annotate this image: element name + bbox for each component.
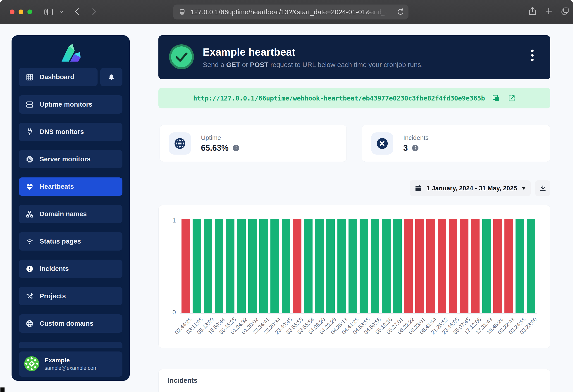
alert-icon [26,265,34,273]
sidebar-item-label: Incidents [40,265,69,272]
chart-bar-up[interactable] [382,219,391,313]
x-axis-labels: 02:44:2503:11:0505:13:0918:59:4400:45:25… [180,316,537,348]
heartbeat-status-chart: 1 0 02:44:2503:11:0505:13:0918:59:4400:4… [158,205,550,348]
chart-bar-up[interactable] [482,219,491,313]
download-button[interactable] [535,180,550,196]
window-minimize-button[interactable] [18,10,23,14]
sidebar-item-projects[interactable]: Projects [19,287,123,305]
user-menu[interactable]: Example sample@example.com [19,352,123,377]
chevron-down-icon[interactable] [59,10,64,15]
chart-bar-down[interactable] [504,219,513,313]
sidebar-item-custom-domains[interactable]: Custom domains [19,314,123,333]
user-email: sample@example.com [45,365,98,371]
stat-value: 3 [403,143,408,153]
sidebar-item-uptime-monitors[interactable]: Uptime monitors [19,95,123,114]
globe-icon [26,320,34,328]
sidebar-item-label: DNS monitors [40,128,84,136]
tab-overview-icon[interactable] [560,6,570,16]
sidebar-item-dashboard[interactable]: Dashboard [19,68,98,86]
incidents-section: Incidents [158,369,550,392]
back-button[interactable] [72,6,82,17]
forward-button[interactable] [89,6,99,17]
chart-bar-up[interactable] [282,219,290,313]
date-range-picker[interactable]: 1 January, 2024 - 31 May, 2025 [410,180,531,196]
address-bar[interactable]: 127.0.0.1/66uptime/heartbeat/13?&start_d… [173,4,409,19]
chart-bar-up[interactable] [338,219,346,313]
y-axis-tick-1: 1 [165,217,176,224]
cpu-icon [26,155,34,163]
chart-bar-up[interactable] [248,219,257,313]
chart-bar-up[interactable] [193,219,201,313]
chart-bar-up[interactable] [527,219,535,313]
sidebar-item-server-monitors[interactable]: Server monitors [19,150,123,168]
sidebar-item-dns-monitors[interactable]: DNS monitors [19,123,123,141]
sidebar-item-heartbeats[interactable]: Heartbeats [19,178,123,196]
plug-icon [26,128,34,136]
stat-label: Uptime [201,134,240,142]
heartbeat-header-card: Example heartbeat Send a GET or POST req… [158,35,550,79]
avatar [24,356,39,372]
chart-bar-up[interactable] [326,219,335,313]
chart-bar-up[interactable] [516,219,524,313]
chart-bar-down[interactable] [471,219,480,313]
page-title: Example heartbeat [203,46,423,58]
y-axis-tick-0: 0 [165,309,176,316]
user-name: Example [45,357,98,364]
desktop-corner-artifact [0,388,4,392]
chart-bar-up[interactable] [215,219,223,313]
external-link-icon[interactable] [507,94,516,102]
app-logo [58,41,83,64]
chart-bar-up[interactable] [304,219,313,313]
info-icon[interactable] [412,144,419,152]
chart-bar-up[interactable] [348,219,357,313]
new-tab-icon[interactable] [544,6,554,16]
window-close-button[interactable] [10,10,15,14]
chart-bar-up[interactable] [393,219,402,313]
chart-bar-up[interactable] [315,219,324,313]
chart-bar-down[interactable] [415,219,424,313]
chart-bar-up[interactable] [371,219,379,313]
sidebar: Dashboard Uptime monitorsDNS monitorsSer… [12,35,130,381]
chart-bar-down[interactable] [426,219,435,313]
x-axis-line [180,313,537,314]
chart-bar-down[interactable] [449,219,457,313]
chart-bar-down[interactable] [181,219,190,313]
chart-bar-down[interactable] [438,219,446,313]
webhook-url[interactable]: http://127.0.0.1/66uptime/webhook-heartb… [193,94,485,102]
notifications-button[interactable] [100,68,123,86]
incidents-stat-card: Incidents 3 [362,125,550,162]
sidebar-item-incidents[interactable]: Incidents [19,260,123,278]
chart-bar-up[interactable] [226,219,234,313]
chart-bar-up[interactable] [237,219,246,313]
more-options-icon[interactable] [531,50,534,61]
calendar-icon [415,185,422,192]
sidebar-item-label: Server monitors [40,156,90,163]
sidebar-item-domain-names[interactable]: Domain names [19,205,123,223]
page-subtitle: Send a GET or POST request to URL below … [203,61,423,69]
share-icon[interactable] [527,6,538,16]
browser-sidebar-toggle-icon[interactable] [43,7,54,17]
incidents-section-title: Incidents [168,377,541,384]
date-range-label: 1 January, 2024 - 31 May, 2025 [426,185,517,192]
page-settings-icon[interactable] [178,8,186,16]
heart-icon [26,183,34,191]
chart-bar-down[interactable] [293,219,302,313]
info-icon[interactable] [232,144,240,152]
window-zoom-button[interactable] [27,10,32,14]
chart-bar-up[interactable] [204,219,212,313]
chart-bar-up[interactable] [259,219,268,313]
chart-bars [180,219,537,313]
chart-bar-down[interactable] [493,219,502,313]
copy-icon[interactable] [492,94,500,102]
chart-bar-up[interactable] [359,219,368,313]
sidebar-item-status-pages[interactable]: Status pages [19,232,123,250]
caret-down-icon [522,187,526,190]
reload-icon[interactable] [396,7,405,16]
wifi-icon [26,237,34,246]
grid-icon [26,73,34,81]
sidebar-item-partial[interactable] [19,342,123,348]
chart-bar-down[interactable] [404,219,413,313]
chart-bar-down[interactable] [460,219,468,313]
chart-bar-up[interactable] [270,219,279,313]
sidebar-item-label: Dashboard [40,73,74,81]
